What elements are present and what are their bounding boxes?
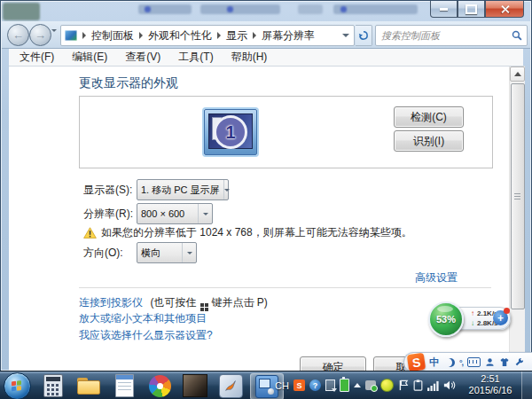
- network-signal-icon[interactable]: [427, 380, 439, 391]
- address-dropdown-icon[interactable]: [338, 26, 354, 45]
- ime-chinese-mode-button[interactable]: 中: [429, 356, 439, 369]
- sogou-ime-bar[interactable]: S 中 °,: [403, 352, 532, 372]
- maximize-button[interactable]: [458, 1, 485, 18]
- system-tray: CH S ?: [275, 372, 456, 399]
- search-icon[interactable]: [512, 30, 522, 41]
- menu-edit[interactable]: 编辑(E): [72, 50, 107, 65]
- show-desktop-button[interactable]: [521, 372, 532, 399]
- orientation-label: 方向(O):: [83, 246, 137, 261]
- menu-tools[interactable]: 工具(T): [178, 50, 213, 65]
- clock-time: 2:51: [463, 373, 518, 385]
- dropdown-arrow-icon[interactable]: [182, 243, 196, 262]
- taskbar-item-flashfxp[interactable]: [215, 373, 246, 398]
- forward-button[interactable]: →: [29, 24, 51, 46]
- close-button[interactable]: [485, 1, 524, 18]
- dropdown-arrow-icon[interactable]: [223, 180, 230, 200]
- clock-date: 2015/6/16: [463, 385, 518, 396]
- separator-line: [79, 287, 491, 288]
- hardware-tray-icon[interactable]: [365, 380, 376, 390]
- ime-soft-keyboard-icon[interactable]: [467, 357, 481, 367]
- scrollbar-thumb[interactable]: [511, 83, 525, 309]
- page-title: 更改显示器的外观: [79, 75, 178, 91]
- minimize-icon: [440, 8, 448, 11]
- back-button[interactable]: ←: [7, 24, 29, 46]
- resolution-warning: 如果您的分辨率低于 1024 x 768，则屏幕上可能无法容纳某些项。: [83, 225, 412, 240]
- which-display-settings-link[interactable]: 我应该选择什么显示器设置?: [79, 328, 213, 343]
- breadcrumb-item-display[interactable]: 显示: [223, 28, 251, 43]
- ime-punctuation-button[interactable]: °,: [459, 358, 463, 367]
- clipboard-tray-icon[interactable]: [413, 379, 423, 391]
- display-dropdown[interactable]: 1. 移动 PC 显示屏: [137, 179, 229, 200]
- ime-account-icon[interactable]: [485, 357, 495, 367]
- address-bar[interactable]: 控制面板 外观和个性化 显示 屏幕分辨率: [60, 25, 355, 46]
- ime-skin-icon[interactable]: [499, 357, 510, 367]
- titlebar[interactable]: [1, 1, 531, 22]
- document-tray-icon[interactable]: [325, 379, 335, 391]
- menu-view[interactable]: 查看(V): [125, 50, 160, 65]
- calculator-icon: [43, 374, 63, 397]
- monitor-1-preview[interactable]: 1: [204, 109, 257, 155]
- scroll-up-button[interactable]: [510, 66, 525, 82]
- background-window-blur: [200, 4, 280, 14]
- taskbar-item-photo-viewer[interactable]: [179, 373, 211, 398]
- sogou-logo-icon[interactable]: S: [407, 353, 426, 372]
- identify-button[interactable]: 识别(I): [394, 130, 464, 152]
- scrollbar-grip: [514, 193, 520, 200]
- ime-settings-wrench-icon[interactable]: [514, 357, 524, 367]
- chevron-right-icon[interactable]: [139, 32, 143, 39]
- monitor-preview-box: 1 检测(C) 识别(I): [79, 96, 493, 168]
- background-window-blur: [227, 6, 233, 12]
- background-window-blur: [145, 6, 151, 12]
- warning-icon: [83, 227, 97, 239]
- breadcrumb-item-control-panel[interactable]: 控制面板: [88, 28, 137, 43]
- antivirus-ball-icon[interactable]: [380, 379, 394, 392]
- start-button[interactable]: [4, 372, 31, 399]
- search-box[interactable]: 搜索控制面板: [375, 25, 528, 46]
- menu-file[interactable]: 文件(F): [20, 50, 54, 65]
- flashfxp-icon: [219, 374, 243, 398]
- projector-hint-suffix: 键并点击 P): [211, 296, 267, 309]
- background-window-blur: [3, 3, 40, 20]
- display-row: 显示器(S): 1. 移动 PC 显示屏: [83, 179, 229, 200]
- chevron-right-icon[interactable]: [82, 32, 86, 39]
- sogou-tray-icon[interactable]: S: [293, 379, 305, 391]
- breadcrumb-item-appearance[interactable]: 外观和个性化: [145, 28, 215, 43]
- taskbar-item-notepad[interactable]: [108, 373, 140, 398]
- ime-fullwidth-moon-icon[interactable]: [443, 358, 455, 367]
- refresh-button[interactable]: [356, 25, 372, 46]
- taskbar-item-explorer[interactable]: [73, 373, 105, 398]
- download-arrow-icon: ↓: [471, 319, 474, 327]
- magnify-text-link[interactable]: 放大或缩小文本和其他项目: [79, 311, 207, 326]
- language-indicator[interactable]: CH: [275, 380, 289, 391]
- projector-line: 连接到投影仪 (也可按住键并点击 P): [79, 293, 268, 310]
- taskbar-clock[interactable]: 2:51 2015/6/16: [463, 373, 518, 396]
- volume-speaker-icon[interactable]: [443, 379, 456, 391]
- advanced-settings-link[interactable]: 高级设置: [415, 270, 458, 286]
- taskbar-item-media-app[interactable]: [144, 373, 176, 398]
- qq-tray-icon[interactable]: ?: [309, 379, 321, 391]
- chevron-right-icon[interactable]: [217, 32, 221, 39]
- minimize-button[interactable]: [430, 1, 458, 18]
- vertical-scrollbar[interactable]: [509, 66, 525, 371]
- show-hidden-icons-button[interactable]: [354, 383, 361, 387]
- menu-help[interactable]: 帮助(H): [231, 50, 268, 65]
- action-center-flag-icon[interactable]: [398, 379, 409, 391]
- history-dropdown-icon[interactable]: [51, 32, 57, 48]
- background-window-blur: [298, 4, 323, 14]
- orientation-dropdown[interactable]: 横向: [137, 242, 197, 263]
- battery-icon[interactable]: [340, 379, 349, 392]
- detect-button[interactable]: 检测(C): [394, 106, 464, 128]
- close-icon: [500, 4, 510, 14]
- memory-speed-ball[interactable]: 53%: [428, 301, 464, 337]
- upload-arrow-icon: ↑: [471, 309, 474, 317]
- folder-icon: [77, 376, 100, 395]
- chevron-right-icon[interactable]: [253, 32, 256, 39]
- menu-bar: 文件(F) 编辑(E) 查看(V) 工具(T) 帮助(H): [9, 49, 523, 66]
- resolution-dropdown[interactable]: 800 × 600: [137, 203, 213, 224]
- maximize-icon: [466, 4, 477, 14]
- breadcrumb-item-screen-resolution[interactable]: 屏幕分辨率: [258, 28, 318, 43]
- dropdown-arrow-icon[interactable]: [198, 204, 212, 223]
- connect-projector-link[interactable]: 连接到投影仪: [79, 296, 143, 309]
- background-window-blur: [340, 6, 347, 12]
- taskbar-item-calculator[interactable]: [37, 373, 69, 398]
